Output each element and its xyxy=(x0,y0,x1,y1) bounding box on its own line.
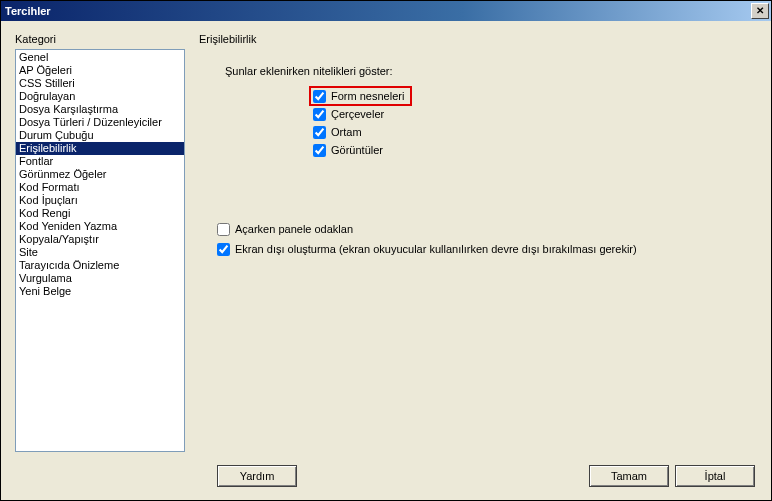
help-button[interactable]: Yardım xyxy=(217,465,297,487)
list-item[interactable]: Site xyxy=(16,246,184,259)
category-panel: Kategori GenelAP ÖğeleriCSS StilleriDoğr… xyxy=(15,33,185,452)
checkbox[interactable] xyxy=(313,108,326,121)
list-item[interactable]: Tarayıcıda Önizleme xyxy=(16,259,184,272)
lower-check-list: Açarken panele odaklanEkran dışı oluştur… xyxy=(217,219,757,259)
titlebar: Tercihler ✕ xyxy=(1,1,771,21)
settings-panel: Erişilebilirlik Şunlar eklenirken niteli… xyxy=(199,33,757,452)
list-item[interactable]: Doğrulayan xyxy=(16,90,184,103)
checkbox-label: Ortam xyxy=(331,126,362,138)
checkbox[interactable] xyxy=(313,126,326,139)
checkbox[interactable] xyxy=(313,90,326,103)
list-item[interactable]: Kod İpuçları xyxy=(16,194,184,207)
list-item[interactable]: Vurgulama xyxy=(16,272,184,285)
checkbox-label: Form nesneleri xyxy=(331,90,404,102)
check-row: Çerçeveler xyxy=(313,105,757,123)
group-label: Şunlar eklenirken nitelikleri göster: xyxy=(225,65,757,77)
category-listbox[interactable]: GenelAP ÖğeleriCSS StilleriDoğrulayanDos… xyxy=(15,49,185,452)
list-item[interactable]: Erişilebilirlik xyxy=(16,142,184,155)
button-bar: Yardım Tamam İptal xyxy=(1,458,771,500)
check-row: Ekran dışı oluşturma (ekran okuyucular k… xyxy=(217,239,757,259)
window-title: Tercihler xyxy=(5,5,751,17)
list-item[interactable]: Kod Rengi xyxy=(16,207,184,220)
content-area: Şunlar eklenirken nitelikleri göster: Fo… xyxy=(199,65,757,452)
checkbox[interactable] xyxy=(217,223,230,236)
check-row: Görüntüler xyxy=(313,141,757,159)
list-item[interactable]: Dosya Türleri / Düzenleyiciler xyxy=(16,116,184,129)
highlight-box: Form nesneleri xyxy=(309,86,412,106)
checkbox-label: Çerçeveler xyxy=(331,108,384,120)
checkbox-label: Ekran dışı oluşturma (ekran okuyucular k… xyxy=(235,243,637,255)
category-label: Kategori xyxy=(15,33,185,45)
list-item[interactable]: Kod Formatı xyxy=(16,181,184,194)
checkbox-label: Görüntüler xyxy=(331,144,383,156)
check-row: Açarken panele odaklan xyxy=(217,219,757,239)
list-item[interactable]: Kopyala/Yapıştır xyxy=(16,233,184,246)
ok-button[interactable]: Tamam xyxy=(589,465,669,487)
check-row: Form nesneleri xyxy=(313,87,757,105)
preferences-window: Tercihler ✕ Kategori GenelAP ÖğeleriCSS … xyxy=(0,0,772,501)
list-item[interactable]: Görünmez Öğeler xyxy=(16,168,184,181)
section-title: Erişilebilirlik xyxy=(199,33,757,45)
checkbox[interactable] xyxy=(313,144,326,157)
attribute-check-list: Form nesneleriÇerçevelerOrtamGörüntüler xyxy=(225,87,757,159)
checkbox[interactable] xyxy=(217,243,230,256)
list-item[interactable]: Dosya Karşılaştırma xyxy=(16,103,184,116)
list-item[interactable]: Fontlar xyxy=(16,155,184,168)
list-item[interactable]: Genel xyxy=(16,51,184,64)
dialog-body: Kategori GenelAP ÖğeleriCSS StilleriDoğr… xyxy=(1,21,771,458)
list-item[interactable]: Yeni Belge xyxy=(16,285,184,298)
list-item[interactable]: Durum Çubuğu xyxy=(16,129,184,142)
list-item[interactable]: Kod Yeniden Yazma xyxy=(16,220,184,233)
list-item[interactable]: AP Öğeleri xyxy=(16,64,184,77)
list-item[interactable]: CSS Stilleri xyxy=(16,77,184,90)
cancel-button[interactable]: İptal xyxy=(675,465,755,487)
check-row: Ortam xyxy=(313,123,757,141)
checkbox-label: Açarken panele odaklan xyxy=(235,223,353,235)
close-icon[interactable]: ✕ xyxy=(751,3,769,19)
